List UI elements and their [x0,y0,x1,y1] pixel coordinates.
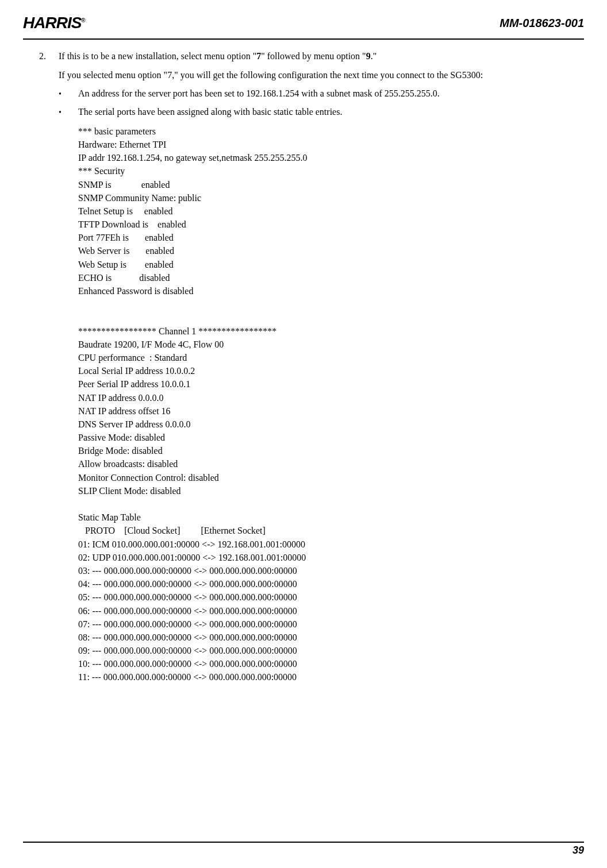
footer-divider [23,842,584,843]
configuration-output: *** basic parameters Hardware: Ethernet … [78,125,579,684]
step-paragraph: If you selected menu option "7," you wil… [59,69,579,82]
page-header: HARRIS® MM-018623-001 [23,11,584,38]
step-number: 2. [39,50,59,684]
bullet-text: An address for the server port has been … [78,87,440,100]
bullet-icon: • [59,106,78,118]
page-content: 2. If this is to be a new installation, … [23,50,584,684]
header-divider [23,38,584,40]
bullet-list: • An address for the server port has bee… [59,87,579,119]
bullet-icon: • [59,87,78,100]
menu-option-9: 9 [366,51,371,61]
registered-mark: ® [81,17,84,24]
step-item: 2. If this is to be a new installation, … [39,50,579,684]
bullet-text: The serial ports have been assigned alon… [78,106,342,118]
document-id: MM-018623-001 [500,15,584,31]
step-body: If this is to be a new installation, sel… [59,50,579,684]
list-item: • An address for the server port has bee… [59,87,579,100]
logo-text: HARRIS [23,14,81,32]
page-number: 39 [573,843,584,858]
step-intro: If this is to be a new installation, sel… [59,50,579,63]
list-item: • The serial ports have been assigned al… [59,106,579,118]
brand-logo: HARRIS® [23,11,85,34]
